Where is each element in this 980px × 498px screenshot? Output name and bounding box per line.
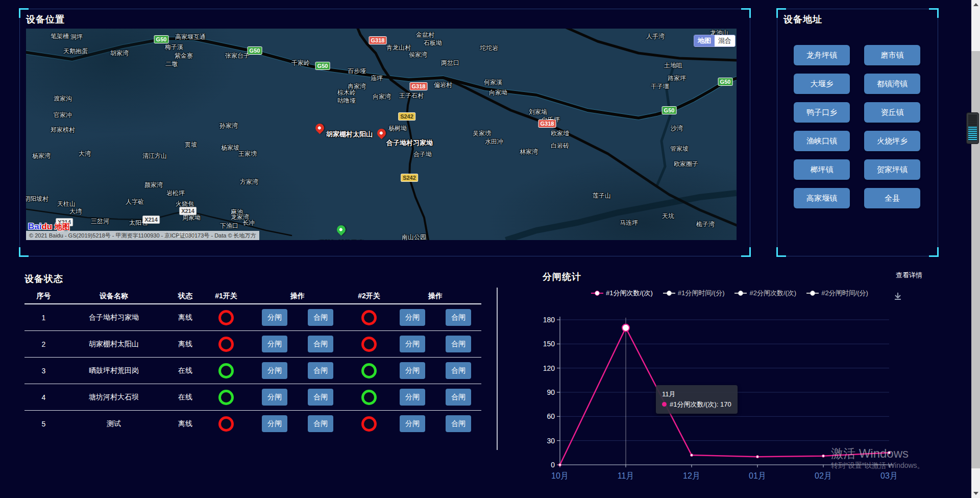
map-place-label: 人手湾 (646, 32, 665, 41)
road-badge-g318: G318 (538, 120, 556, 128)
switch1-indicator-red (218, 337, 234, 352)
close-switch-button[interactable]: 合闸 (308, 336, 333, 352)
y-axis-label: 120 (543, 364, 555, 372)
addr-button[interactable]: 贺家坪镇 (864, 159, 920, 180)
scroll-down-arrow[interactable] (973, 492, 978, 495)
road-badge-g50: G50 (718, 78, 733, 86)
map-place-label: 向家坳 (489, 88, 507, 97)
table-header: 序号设备名称状态#1开关操作#2开关操作 (24, 289, 481, 304)
device-status: 离线 (165, 340, 206, 349)
map-type-option-active[interactable]: 地图 (694, 35, 715, 46)
device-address-panel: 设备地址 龙舟坪镇磨市镇大堰乡都镇湾镇鸭子口乡资丘镇渔峡口镇火烧坪乡榔坪镇贺家坪… (777, 9, 938, 256)
addr-button[interactable]: 磨市镇 (864, 45, 920, 65)
column-header: 状态 (165, 292, 206, 301)
highlighted-data-point[interactable] (622, 324, 629, 331)
map-place-label: 长冲 (242, 219, 255, 227)
map-place-label: 杨家湾 (32, 152, 51, 160)
open-switch-button[interactable]: 分闸 (262, 309, 287, 326)
table-scrollbar[interactable] (497, 288, 498, 450)
addr-button[interactable]: 鸭子口乡 (794, 102, 850, 123)
close-switch-button[interactable]: 合闸 (446, 362, 471, 379)
open-switch-button[interactable]: 分闸 (262, 415, 287, 432)
addr-button[interactable]: 都镇湾镇 (864, 74, 920, 94)
addr-button[interactable]: 渔峡口镇 (794, 131, 850, 151)
x-axis-label: 03月 (880, 471, 898, 480)
page-scrollbar[interactable] (971, 0, 980, 498)
table-row: 5测试离线分闸合闸分闸合闸 (24, 411, 481, 437)
map-place-label: 白岩砖 (551, 141, 569, 150)
map-place-label: 何家溪 (484, 78, 502, 87)
device-status: 离线 (165, 419, 206, 429)
close-switch-button[interactable]: 合闸 (308, 362, 333, 379)
addr-button[interactable]: 火烧坪乡 (864, 131, 920, 151)
view-details-link[interactable]: 查看详情 (896, 271, 922, 280)
download-icon[interactable] (893, 292, 902, 301)
addr-button[interactable]: 全县 (864, 188, 920, 208)
close-switch-button[interactable]: 合闸 (446, 309, 471, 326)
y-axis-label: 90 (547, 388, 555, 396)
addr-button[interactable]: 榔坪镇 (794, 159, 850, 180)
legend-item[interactable]: #2分闸次数/(次) (734, 289, 796, 298)
open-switch-button[interactable]: 分闸 (400, 336, 425, 352)
open-switch-button[interactable]: 分闸 (262, 389, 287, 406)
legend-item[interactable]: #1分闸时间/(分) (663, 289, 725, 298)
switch2-indicator-red (361, 337, 377, 352)
road-badge-g50: G50 (248, 46, 262, 55)
switch1-indicator-red (218, 310, 234, 325)
close-switch-button[interactable]: 合闸 (308, 415, 333, 432)
open-switch-button[interactable]: 分闸 (262, 336, 287, 352)
baidu-logo-word: 地图 (55, 222, 70, 231)
addr-button[interactable]: 大堰乡 (794, 74, 850, 94)
legend-item[interactable]: #2分闸时间/(分) (806, 289, 868, 298)
addr-button[interactable]: 资丘镇 (864, 102, 920, 123)
map-place-label: 孙家湾 (219, 122, 238, 130)
data-point[interactable] (690, 454, 693, 456)
x-axis-label: 10月 (551, 471, 569, 480)
map-place-label: 吴家塝 (473, 129, 491, 138)
map-place-label: 马连坪 (620, 219, 638, 227)
map-place-label: 侯家湾 (409, 51, 427, 59)
baidu-map[interactable]: 笔架槽洞坪天鹅抱蛋胡家湾高家堰互通梅子溪紫金寨二墩张家台子金盆村石板坳青龙山村坨… (26, 29, 737, 240)
open-switch-button[interactable]: 分闸 (400, 362, 425, 379)
map-copyright: © 2021 Baidu - GS(2019)5218号 - 甲测资字11009… (26, 231, 259, 240)
open-switch-button[interactable]: 分闸 (400, 415, 425, 432)
close-switch-button[interactable]: 合闸 (308, 389, 333, 406)
map-place-label: 官家冲 (54, 111, 72, 120)
close-switch-button[interactable]: 合闸 (446, 389, 471, 406)
corner-decoration (741, 8, 751, 18)
addr-button[interactable]: 龙舟坪镇 (794, 45, 850, 65)
open-switch-button[interactable]: 分闸 (400, 389, 425, 406)
corner-decoration (929, 247, 939, 257)
map-place-label: 方家湾 (240, 178, 258, 186)
map-place-label: 青龙山村 (386, 43, 411, 52)
scroll-up-arrow[interactable] (973, 3, 978, 6)
table-row: 3晒鼓坪村荒田岗在线分闸合闸分闸合闸 (24, 358, 481, 384)
map-place-label: 偏岩村 (434, 81, 452, 89)
data-point[interactable] (822, 455, 824, 457)
x-axis-label: 12月 (683, 471, 700, 480)
brightness-osd (966, 112, 979, 144)
map-type-option-alt[interactable]: 混合 (715, 35, 735, 46)
map-place-label: 沙湾 (671, 124, 683, 133)
device-status: 离线 (165, 313, 206, 322)
switch2-indicator-red (361, 310, 377, 325)
map-place-label: 合子坳 (413, 150, 432, 159)
corner-decoration (741, 247, 751, 257)
close-switch-button[interactable]: 合闸 (308, 309, 333, 326)
column-header: #1开关 (206, 292, 247, 301)
close-switch-button[interactable]: 合闸 (446, 415, 471, 432)
map-place-label: 欧家壋 (551, 129, 569, 138)
data-point[interactable] (756, 456, 758, 458)
open-switch-button[interactable]: 分闸 (400, 309, 425, 326)
map-type-control[interactable]: 地图混合 (694, 35, 736, 47)
data-point[interactable] (558, 463, 561, 466)
close-switch-button[interactable]: 合闸 (446, 336, 471, 352)
road-badge-g50: G50 (154, 35, 169, 43)
map-place-label: 刘家垴 (529, 108, 547, 116)
map-place-label: 下渔口 (220, 222, 238, 230)
open-switch-button[interactable]: 分闸 (262, 362, 287, 379)
device-name: 胡家棚村太阳山 (63, 340, 165, 349)
legend-item[interactable]: #1分闸次数/(次) (591, 289, 653, 298)
map-panel-title: 设备位置 (26, 13, 65, 26)
addr-button[interactable]: 高家堰镇 (794, 188, 850, 208)
